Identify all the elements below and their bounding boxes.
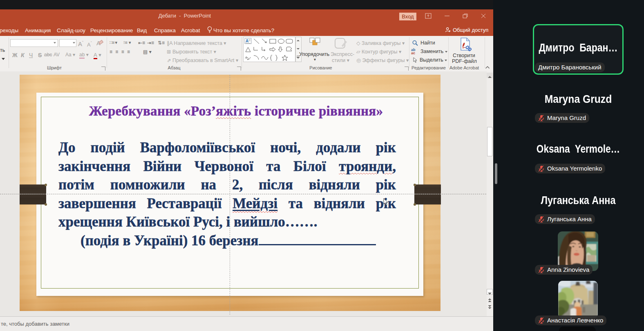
svg-text:A: A [246, 39, 248, 43]
